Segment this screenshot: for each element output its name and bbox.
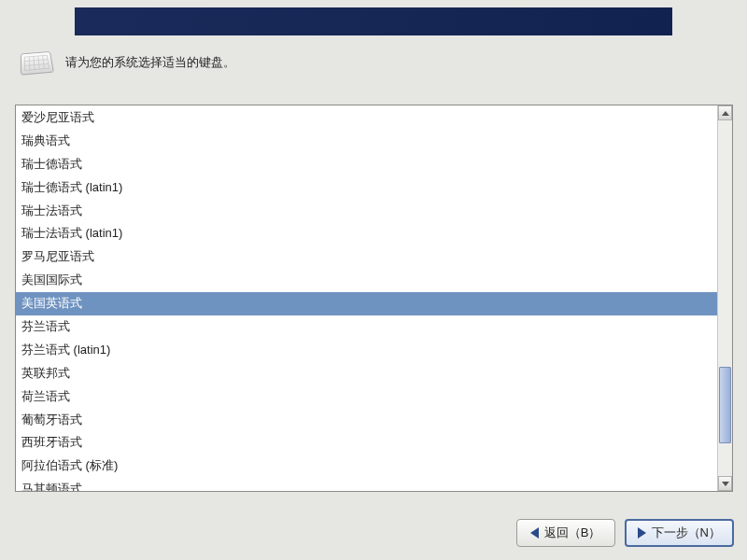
list-item[interactable]: 瑞士德语式 — [16, 153, 717, 176]
scroll-up-button[interactable] — [718, 105, 732, 120]
next-button[interactable]: 下一步（N） — [625, 519, 734, 547]
list-item[interactable]: 美国国际式 — [16, 269, 717, 292]
list-item[interactable]: 葡萄牙语式 — [16, 409, 717, 432]
scrollbar[interactable] — [717, 105, 732, 491]
list-item[interactable]: 罗马尼亚语式 — [16, 245, 717, 269]
list-item[interactable]: 爱沙尼亚语式 — [16, 106, 717, 130]
header-banner — [75, 7, 672, 35]
list-item[interactable]: 英联邦式 — [16, 362, 717, 385]
list-item[interactable]: 瑞士法语式 — [16, 200, 717, 223]
back-button-label: 返回（B） — [544, 525, 601, 541]
prompt-text: 请为您的系统选择适当的键盘。 — [65, 54, 235, 71]
keyboard-list-inner[interactable]: 爱沙尼亚语式瑞典语式瑞士德语式瑞士德语式 (latin1)瑞士法语式瑞士法语式 … — [16, 105, 717, 491]
list-item[interactable]: 阿拉伯语式 (标准) — [16, 455, 717, 478]
arrow-right-icon — [638, 527, 646, 539]
back-button[interactable]: 返回（B） — [516, 519, 615, 547]
arrow-left-icon — [530, 527, 539, 539]
prompt-row: 请为您的系统选择适当的键盘。 — [21, 51, 235, 74]
list-item[interactable]: 芬兰语式 (latin1) — [16, 339, 717, 362]
list-item[interactable]: 美国英语式 — [16, 292, 717, 315]
keyboard-icon — [21, 51, 54, 76]
list-item[interactable]: 瑞典语式 — [16, 130, 717, 153]
list-item[interactable]: 荷兰语式 — [16, 385, 717, 409]
list-item[interactable]: 西班牙语式 — [16, 431, 717, 455]
chevron-down-icon — [722, 482, 729, 486]
chevron-up-icon — [722, 111, 729, 116]
scrollbar-thumb[interactable] — [719, 367, 731, 443]
next-button-label: 下一步（N） — [652, 525, 721, 541]
scroll-down-button[interactable] — [718, 476, 732, 491]
list-item[interactable]: 马其顿语式 — [16, 478, 717, 491]
list-item[interactable]: 芬兰语式 — [16, 315, 717, 339]
list-item[interactable]: 瑞士德语式 (latin1) — [16, 176, 717, 200]
button-row: 返回（B） 下一步（N） — [516, 519, 734, 547]
keyboard-listbox[interactable]: 爱沙尼亚语式瑞典语式瑞士德语式瑞士德语式 (latin1)瑞士法语式瑞士法语式 … — [15, 105, 733, 492]
list-item[interactable]: 瑞士法语式 (latin1) — [16, 222, 717, 245]
